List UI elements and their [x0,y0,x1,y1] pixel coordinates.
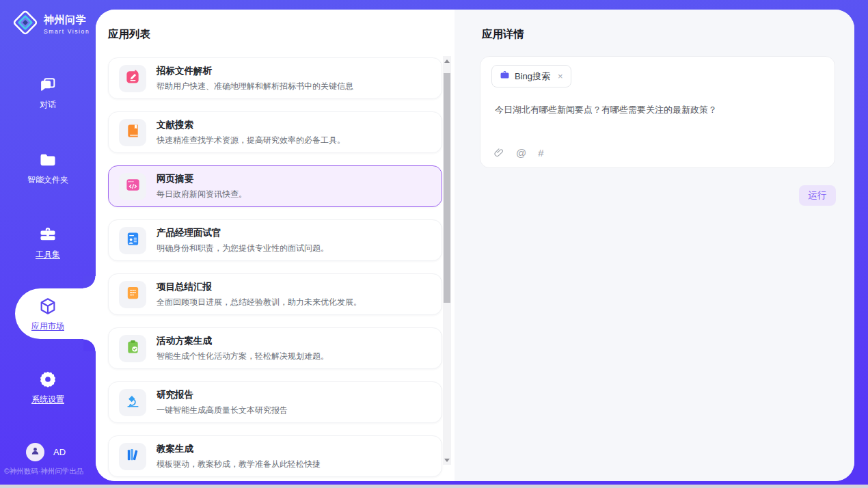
user-name: AD [53,447,66,457]
app-card-pm-interviewer[interactable]: 产品经理面试官 明确身份和职责，为您提供专业性的面试问题。 [108,219,442,261]
app-detail-panel: 应用详情 Bing搜索 × 今日湖北有哪些新闻要点？有哪些需要关注的最新政策？ … [455,10,854,481]
close-icon[interactable]: × [558,71,563,81]
toolbox-icon [38,225,57,244]
app-card-literature-search[interactable]: 文献搜索 快速精准查找学术资源，提高研究效率的必备工具。 [108,111,442,153]
window-bottom-edge [0,485,868,488]
brand-logo: 神州问学 Smart Vision [12,10,90,38]
at-icon[interactable]: @ [516,148,526,158]
run-button[interactable]: 运行 [799,185,836,206]
sidebar-item-label: 工具集 [36,249,60,260]
brand-name: 神州问学 [44,14,90,27]
main-content: 应用列表 招标文件解析 帮助用户快速、准确地理解和解析招标书中的关键信息 文献搜… [96,10,854,481]
app-card-title: 文献搜索 [157,119,345,131]
sidebar-item-smart-folder[interactable]: 智能文件夹 [0,150,96,186]
app-card-title: 项目总结汇报 [157,281,362,293]
sidebar: 神州问学 Smart Vision 对话 智能文件夹 工具集 [0,0,96,485]
prompt-input[interactable]: 今日湖北有哪些新闻要点？有哪些需要关注的最新政策？ [495,104,824,116]
sidebar-item-app-market[interactable]: 应用市场 [0,297,96,332]
list-scrollbar[interactable] [443,56,451,465]
sidebar-item-dialog[interactable]: 对话 [0,75,96,111]
app-card-research-report[interactable]: 研究报告 一键智能生成高质量长文本研究报告 [108,381,442,423]
clipboard-check-icon [125,339,141,357]
app-card-description: 一键智能生成高质量长文本研究报告 [157,405,288,416]
person-icon [29,445,41,459]
app-card-web-summary[interactable]: 网页摘要 每日政府新闻资讯快查。 [108,165,442,207]
notch-top [83,276,96,288]
app-card-description: 智能生成个性化活动方案，轻松解决规划难题。 [157,351,329,362]
tool-tag-label: Bing搜索 [515,70,550,83]
app-card-activity-plan[interactable]: 活动方案生成 智能生成个性化活动方案，轻松解决规划难题。 [108,327,442,369]
sidebar-item-label: 智能文件夹 [27,174,68,186]
sidebar-item-toolbox[interactable]: 工具集 [0,225,96,260]
app-card-description: 模板驱动，教案秒成，教学准备从此轻松快捷 [157,459,321,470]
paperclip-icon[interactable] [493,147,504,158]
app-card-description: 快速精准查找学术资源，提高研究效率的必备工具。 [157,135,345,146]
app-card-title: 研究报告 [157,389,288,401]
avatar[interactable] [26,443,44,461]
app-card-title: 教案生成 [157,443,321,455]
brand-subtitle: Smart Vision [44,28,90,35]
app-card-title: 招标文件解析 [157,65,353,77]
user-account[interactable]: AD [26,443,66,461]
folder-icon [38,150,57,170]
app-card-description: 帮助用户快速、准确地理解和解析招标书中的关键信息 [157,81,353,92]
app-list-panel: 应用列表 招标文件解析 帮助用户快速、准确地理解和解析招标书中的关键信息 文献搜… [96,10,455,481]
scrollbar-thumb[interactable] [444,73,450,303]
briefcase-icon [500,70,510,83]
app-card-lesson-plan[interactable]: 教案生成 模板驱动，教案秒成，教学准备从此轻松快捷 [108,435,442,477]
app-card-bid-analysis[interactable]: 招标文件解析 帮助用户快速、准确地理解和解析招标书中的关键信息 [108,57,442,99]
app-list-title: 应用列表 [108,27,150,42]
app-card-title: 活动方案生成 [157,335,329,347]
book-icon [125,123,141,141]
books-icon [125,447,141,465]
chat-icon [38,75,57,94]
scroll-down-arrow-icon[interactable] [443,456,451,464]
sidebar-item-label: 对话 [40,99,56,111]
resume-icon [125,231,141,249]
app-card-title: 网页摘要 [157,173,247,185]
copyright-footer: ©神州数码·神州问学出品 [4,467,83,476]
notch-bottom [83,339,96,351]
sidebar-item-label: 系统设置 [31,394,64,405]
input-toolbar: @ # [493,147,544,158]
logo-diamond-icon [12,10,38,38]
hash-icon[interactable]: # [538,148,543,158]
app-card-description: 全面回顾项目进展，总结经验教训，助力未来优化发展。 [157,297,362,308]
note-icon [125,285,141,303]
app-card-project-summary[interactable]: 项目总结汇报 全面回顾项目进展，总结经验教训，助力未来优化发展。 [108,273,442,315]
doc-edit-icon [125,69,141,87]
prompt-card: Bing搜索 × 今日湖北有哪些新闻要点？有哪些需要关注的最新政策？ @ # [480,56,835,168]
gear-icon [38,370,57,389]
app-card-description: 明确身份和职责，为您提供专业性的面试问题。 [157,243,329,254]
tool-tag-bing-search[interactable]: Bing搜索 × [491,65,571,87]
cube-icon [38,297,57,316]
microscope-icon [125,393,141,411]
sidebar-item-settings[interactable]: 系统设置 [0,370,96,405]
scroll-up-arrow-icon[interactable] [443,57,451,65]
app-detail-title: 应用详情 [482,27,524,42]
sidebar-item-label: 应用市场 [31,321,64,332]
app-card-description: 每日政府新闻资讯快查。 [157,189,247,200]
browser-code-icon [125,177,141,195]
app-card-title: 产品经理面试官 [157,227,329,239]
